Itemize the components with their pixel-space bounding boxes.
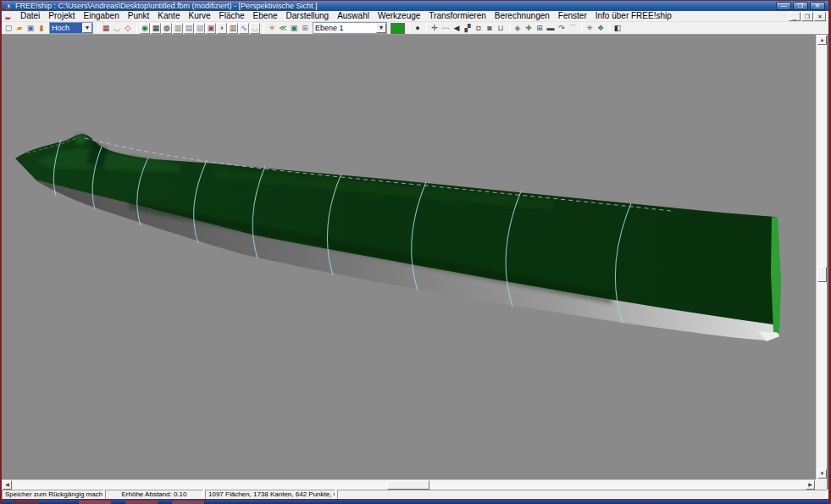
- new-document-icon[interactable]: ▢: [3, 23, 14, 34]
- mdi-restore-button[interactable]: ❐: [801, 12, 813, 21]
- toolbar-separator: [426, 23, 427, 33]
- perspective-viewport[interactable]: [2, 35, 816, 479]
- zoom-window-icon[interactable]: ✳: [584, 23, 595, 34]
- dashed-line-icon[interactable]: ⋯: [440, 23, 451, 34]
- menu-item-kante[interactable]: Kante: [153, 11, 184, 21]
- menu-item-eingaben[interactable]: Eingaben: [79, 11, 123, 21]
- intersect-grid-icon[interactable]: ⊞: [535, 23, 545, 34]
- check-model-diamond-icon[interactable]: ◇: [123, 23, 133, 34]
- toolbar-separator: [409, 23, 410, 33]
- menu-item-werkzeuge[interactable]: Werkzeuge: [374, 11, 424, 21]
- layer-combo[interactable]: Ebene 1▼: [313, 22, 387, 34]
- scroll-down-button[interactable]: ▼: [817, 469, 827, 479]
- stern-bump-highlight: [75, 133, 86, 145]
- lock-icon[interactable]: ◘: [474, 23, 484, 34]
- window-title: FREE!ship : C:\Users\Andreas\Desktop\unt…: [15, 2, 318, 11]
- grid-88-icon[interactable]: ⊞: [300, 23, 310, 34]
- precision-combo[interactable]: Hoch▼: [49, 22, 93, 34]
- app-icon: [4, 3, 12, 10]
- move-point-icon[interactable]: ✛: [429, 23, 440, 34]
- layer-combo-value: Ebene 1: [313, 23, 376, 33]
- interior-edges-icon[interactable]: ▦: [101, 23, 111, 34]
- menu-item-transformieren[interactable]: Transformieren: [424, 11, 490, 21]
- horizontal-scrollbar[interactable]: ◀ ▶: [2, 479, 816, 490]
- precision-combo-dropdown-icon[interactable]: ▼: [82, 23, 92, 33]
- menu-item-ebene[interactable]: Ebene: [249, 11, 282, 21]
- lock-all-icon[interactable]: ⊔: [496, 23, 506, 34]
- mdi-minimize-button[interactable]: _: [789, 12, 801, 21]
- layer-sphere-icon[interactable]: ●: [413, 23, 423, 34]
- title-bar: FREE!ship : C:\Users\Andreas\Desktop\unt…: [2, 0, 828, 11]
- horizontal-scroll-thumb[interactable]: [387, 480, 429, 490]
- menu-item-fl-che[interactable]: Fläche: [215, 11, 249, 21]
- menu-item-punkt[interactable]: Punkt: [124, 11, 154, 21]
- scroll-right-button[interactable]: ▶: [806, 480, 815, 490]
- windows-taskbar[interactable]: [0, 499, 831, 504]
- rotate-icon[interactable]: ↷: [557, 23, 567, 34]
- control-curve-icon[interactable]: ◡: [112, 23, 122, 34]
- taskbar-item-3[interactable]: [172, 501, 204, 504]
- show-markers-icon[interactable]: ▣: [206, 23, 216, 34]
- shade-icon[interactable]: ◗: [217, 23, 227, 34]
- toolbar-separator: [609, 23, 610, 33]
- toolbar-separator: [509, 23, 510, 33]
- menu-item-info-ber-free-ship[interactable]: Info über FREE!ship: [591, 11, 676, 21]
- control-net-icon[interactable]: ◉: [140, 23, 150, 34]
- precision-combo-value: Hoch: [50, 23, 82, 33]
- developable-check-icon[interactable]: ◡: [250, 23, 260, 34]
- layer-color-swatch[interactable]: [391, 23, 405, 34]
- menu-item-berechnungen[interactable]: Berechnungen: [490, 11, 554, 21]
- status-panel-2: 1097 Flächen, 1738 Kanten, 642 Punkte, 0…: [205, 490, 335, 499]
- curvature-plot-icon[interactable]: ∿: [239, 23, 249, 34]
- vertical-scrollbar[interactable]: ▲ ▼: [816, 35, 827, 479]
- taskbar-item-1[interactable]: [79, 501, 111, 504]
- frames-comb-icon[interactable]: ▥: [228, 23, 238, 34]
- status-bar: Speicher zum Rückgängig machen : 782 Kb.…: [2, 490, 828, 499]
- menu-item-kurve[interactable]: Kurve: [184, 11, 214, 21]
- menu-item-projekt[interactable]: Projekt: [44, 11, 79, 21]
- mdi-close-button[interactable]: ✕: [814, 12, 826, 21]
- scroll-left-button[interactable]: ◀: [3, 480, 12, 490]
- scroll-up-button[interactable]: ▲: [817, 36, 827, 45]
- menu-item-fenster[interactable]: Fenster: [554, 11, 591, 21]
- menu-items: DateiProjektEingabenPunktKanteKurveFläch…: [16, 11, 676, 21]
- add-points-icon[interactable]: ▞: [463, 23, 473, 34]
- status-panel-1: Erhöhe Abstand: 0.10: [105, 490, 203, 499]
- normals-icon[interactable]: ≪: [278, 23, 288, 34]
- show-waterlines-icon[interactable]: ▧: [195, 23, 205, 34]
- menu-item-darstellung[interactable]: Darstellung: [282, 11, 334, 21]
- check-icon[interactable]: ❖: [596, 23, 606, 34]
- show-stations-icon[interactable]: ▥: [173, 23, 183, 34]
- close-button[interactable]: ✕: [810, 2, 825, 10]
- box-icon[interactable]: ▬: [546, 23, 556, 34]
- shade-monitor-icon[interactable]: ▣: [289, 23, 299, 34]
- project-point-icon[interactable]: ◀: [452, 23, 462, 34]
- status-panel-0: Speicher zum Rückgängig machen : 782 Kb.: [2, 490, 103, 499]
- toolbar-separator: [263, 23, 264, 33]
- taskbar-item-2[interactable]: [125, 501, 158, 504]
- restore-button[interactable]: ❐: [793, 2, 808, 10]
- show-grid-icon[interactable]: ▦: [151, 23, 161, 34]
- measure-diamond-icon[interactable]: ◈: [512, 23, 523, 34]
- window-controls: —❐✕: [776, 2, 825, 10]
- save-floppy-icon[interactable]: ▣: [25, 23, 36, 34]
- menu-item-auswahl[interactable]: Auswahl: [333, 11, 374, 21]
- exit-door-icon[interactable]: ▮: [36, 23, 47, 34]
- minimize-button[interactable]: —: [776, 2, 791, 10]
- insert-plane-icon[interactable]: ✚: [524, 23, 534, 34]
- status-panel-3: [337, 490, 827, 499]
- open-folder-icon[interactable]: ▰: [14, 23, 25, 34]
- zoom-extents-icon[interactable]: ✳: [267, 23, 277, 34]
- layer-combo-dropdown-icon[interactable]: ▼: [376, 23, 386, 33]
- menu-bar: DateiProjektEingabenPunktKanteKurveFläch…: [2, 11, 828, 22]
- fair-curve-icon[interactable]: ⌒: [568, 23, 578, 34]
- mdi-window-controls: _❐✕: [789, 12, 826, 21]
- lamp-icon[interactable]: ◧: [612, 23, 623, 34]
- taskbar-item-0[interactable]: [13, 501, 38, 504]
- curvature-wheel-icon[interactable]: ◍: [162, 23, 172, 34]
- unlock-icon[interactable]: ◙: [485, 23, 495, 34]
- menu-item-datei[interactable]: Datei: [16, 11, 44, 21]
- toolbar-separator: [97, 23, 98, 33]
- show-buttocks-icon[interactable]: ▤: [184, 23, 194, 34]
- vertical-scroll-thumb[interactable]: [817, 267, 827, 282]
